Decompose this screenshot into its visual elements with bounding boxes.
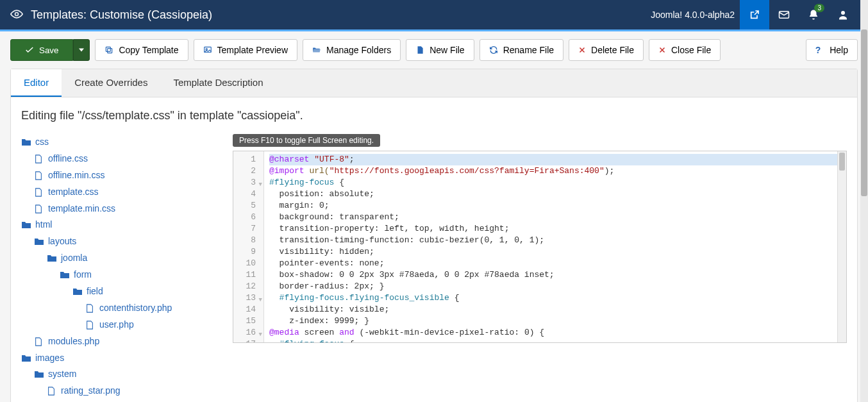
code-editor[interactable]: 1 2 3▼ 4 5 6 7 8 9 10 11 12 13▼ 14: [233, 151, 847, 343]
file-template-min-css[interactable]: template.min.css: [21, 201, 220, 217]
question-icon: ?: [815, 45, 821, 55]
template-preview-button[interactable]: Template Preview: [194, 39, 298, 61]
svg-point-2: [841, 11, 845, 15]
rename-file-button[interactable]: Rename File: [480, 39, 563, 61]
file-rating-star-blank[interactable]: rating_star_blank.png: [21, 399, 220, 402]
folder-layouts[interactable]: layouts: [21, 233, 220, 250]
svg-rect-3: [108, 49, 112, 53]
page-scrollbar[interactable]: [860, 0, 868, 402]
svg-point-0: [15, 12, 19, 15]
folder-images[interactable]: images: [21, 350, 220, 367]
file-offline-css[interactable]: offline.css: [21, 151, 220, 167]
notification-badge: 3: [814, 4, 824, 12]
tab-bar: Editor Create Overrides Template Descrip…: [11, 69, 857, 97]
top-navbar: Templates: Customise (Cassiopeia) Joomla…: [0, 0, 868, 29]
tab-editor[interactable]: Editor: [11, 69, 62, 97]
folder-field[interactable]: field: [21, 283, 220, 300]
file-modules-php[interactable]: modules.php: [21, 333, 220, 350]
svg-point-6: [206, 49, 207, 50]
fullscreen-hint: Press F10 to toggle Full Screen editing.: [233, 134, 380, 147]
new-file-button[interactable]: New File: [406, 39, 474, 61]
file-user-php[interactable]: user.php: [21, 317, 220, 333]
eye-icon: [10, 8, 23, 22]
external-link-icon[interactable]: [740, 0, 769, 29]
editor-scrollbar[interactable]: [837, 151, 846, 342]
close-icon: [658, 46, 666, 54]
main-panel: Editor Create Overrides Template Descrip…: [10, 69, 858, 402]
page-scroll-thumb[interactable]: [861, 29, 867, 196]
mail-icon[interactable]: [769, 0, 799, 29]
copy-icon: [104, 46, 113, 54]
file-contenthistory[interactable]: contenthistory.php: [21, 300, 220, 317]
file-rating-star[interactable]: rating_star.png: [21, 383, 220, 399]
folder-joomla[interactable]: joomla: [21, 250, 220, 267]
delete-icon: [578, 46, 586, 54]
tab-create-overrides[interactable]: Create Overrides: [62, 69, 160, 97]
folder-form[interactable]: form: [21, 267, 220, 283]
save-button[interactable]: Save: [10, 39, 73, 61]
tab-template-description[interactable]: Template Description: [160, 69, 276, 97]
close-file-button[interactable]: Close File: [649, 39, 721, 61]
file-offline-min-css[interactable]: offline.min.css: [21, 167, 220, 184]
action-toolbar: Save Copy Template Template Preview Mana…: [0, 31, 868, 69]
line-gutter: 1 2 3▼ 4 5 6 7 8 9 10 11 12 13▼ 14: [233, 151, 264, 342]
folder-html[interactable]: html: [21, 217, 220, 233]
folder-open-icon: [312, 46, 321, 54]
code-content[interactable]: @charset "UTF-8"; @import url("https://f…: [264, 151, 846, 342]
help-button[interactable]: ? Help: [806, 39, 858, 61]
folder-css[interactable]: css: [21, 134, 220, 151]
svg-rect-4: [106, 47, 111, 51]
editing-file-label: Editing file "/css/template.css" in temp…: [21, 109, 847, 122]
file-template-css[interactable]: template.css: [21, 184, 220, 201]
refresh-icon: [489, 46, 498, 54]
delete-file-button[interactable]: Delete File: [569, 39, 644, 61]
copy-template-button[interactable]: Copy Template: [95, 39, 188, 61]
page-title: Templates: Customise (Cassiopeia): [31, 8, 651, 22]
notifications-icon[interactable]: 3: [799, 0, 828, 29]
version-text: Joomla! 4.0.0-alpha2: [651, 10, 735, 20]
file-tree: css offline.css offline.min.css template…: [21, 134, 220, 402]
editor-scroll-thumb[interactable]: [839, 153, 845, 171]
file-icon: [415, 46, 424, 54]
user-icon[interactable]: [828, 0, 858, 29]
image-icon: [203, 46, 212, 54]
manage-folders-button[interactable]: Manage Folders: [303, 39, 401, 61]
folder-system[interactable]: system: [21, 366, 220, 383]
save-dropdown-button[interactable]: [73, 39, 90, 61]
